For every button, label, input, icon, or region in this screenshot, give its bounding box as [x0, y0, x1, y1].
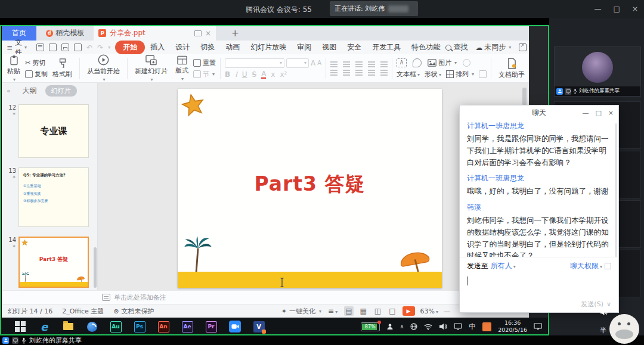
beautify-button[interactable]: ✦一键美化: [281, 307, 321, 316]
taskbar-vapp[interactable]: V: [247, 318, 271, 335]
textbox-button[interactable]: 文本框: [397, 70, 420, 79]
slide-thumbnail-14-selected[interactable]: 14✶ Part3 答疑: [5, 237, 97, 288]
ribbon-tab-security[interactable]: 安全: [342, 41, 367, 54]
send-button[interactable]: 发送(S) ∨: [581, 300, 611, 309]
new-tab-button[interactable]: +: [231, 28, 239, 39]
font-family-select[interactable]: ▾: [225, 58, 284, 68]
ribbon-tab-design[interactable]: 设计: [170, 41, 195, 54]
taskbar-browser[interactable]: [80, 318, 104, 335]
taskbar-animate[interactable]: An: [151, 318, 175, 335]
chat-message-list[interactable]: 计算机一班唐思龙 刘同学，我是跟你同班的同学，我想请问一下我们上学期计算机学的C…: [460, 120, 618, 257]
picture-button[interactable]: 图片: [428, 58, 457, 67]
align-left-icon[interactable]: [330, 70, 338, 71]
reading-view-icon[interactable]: ◫: [373, 306, 382, 316]
line-spacing-icon[interactable]: [380, 61, 388, 63]
italic-button[interactable]: I: [235, 70, 237, 79]
chat-permission-select[interactable]: 聊天权限: [570, 261, 602, 271]
subscript-button[interactable]: x: [271, 70, 275, 79]
chevron-down-icon[interactable]: ▾: [108, 45, 110, 50]
indent-increase-icon[interactable]: [368, 61, 375, 63]
outline-tab[interactable]: 大纲: [23, 86, 37, 96]
grow-font-button[interactable]: A: [311, 59, 315, 67]
ribbon-tab-home[interactable]: 开始: [115, 41, 145, 54]
theme-name[interactable]: 2_Office 主题: [62, 307, 104, 316]
output-icon[interactable]: [49, 43, 57, 51]
tab-pin-icon[interactable]: [194, 30, 202, 36]
chat-minimize-icon[interactable]: —: [582, 109, 589, 117]
save-icon[interactable]: [36, 43, 44, 51]
slide-thumbnail-13[interactable]: 13✶ Q5: 专业课的学习方法? ①注重基础 ②重视实践 ③积极参加竞赛: [5, 167, 97, 227]
ribbon-tab-insert[interactable]: 插入: [145, 41, 170, 54]
shrink-font-button[interactable]: A: [317, 60, 321, 66]
chat-input[interactable]: 发送(S) ∨: [460, 273, 618, 312]
chat-maximize-icon[interactable]: □: [595, 109, 601, 117]
cut-button[interactable]: ✂剪切: [25, 58, 48, 67]
volume-icon[interactable]: [439, 323, 447, 330]
share-button[interactable]: 分享: [519, 42, 529, 52]
bold-button[interactable]: B: [225, 70, 230, 79]
strikethrough-button[interactable]: S: [252, 70, 257, 79]
ribbon-tab-developer[interactable]: 开发工具: [367, 41, 406, 54]
fill-icon[interactable]: [479, 70, 487, 78]
start-button[interactable]: [8, 318, 32, 335]
hidden-icons-chevron[interactable]: ∧: [400, 324, 404, 330]
print-preview-icon[interactable]: [74, 43, 82, 51]
maximize-icon[interactable]: □: [614, 5, 620, 13]
battery-indicator[interactable]: 87%: [361, 322, 380, 331]
new-slide-button[interactable]: 新建幻灯片: [132, 54, 171, 83]
columns-icon[interactable]: [380, 70, 388, 71]
recipient-select[interactable]: 所有人: [491, 261, 516, 271]
print-icon[interactable]: [61, 43, 69, 51]
taskbar-aftereffects[interactable]: Ae: [175, 318, 199, 335]
notes-toggle-icon[interactable]: ≡: [327, 306, 339, 316]
doc-assistant-button[interactable]: 文档助手: [496, 57, 528, 80]
format-painter-button[interactable]: 格式刷: [49, 57, 75, 79]
tab-close-icon[interactable]: ×: [205, 29, 211, 38]
redo-icon[interactable]: ↷: [97, 43, 103, 52]
outline-icon[interactable]: [463, 59, 470, 67]
ribbon-tab-animation[interactable]: 动画: [220, 41, 245, 54]
copy-button[interactable]: 复制: [25, 70, 48, 79]
corner-avatar[interactable]: [609, 314, 639, 344]
ribbon-tab-review[interactable]: 审阅: [292, 41, 317, 54]
undo-icon[interactable]: ↶: [86, 43, 92, 52]
tab-docer[interactable]: d 稻壳模板: [36, 26, 94, 41]
taskbar-audition[interactable]: Au: [104, 318, 128, 335]
ribbon-tab-transition[interactable]: 切换: [195, 41, 220, 54]
zoom-out-button[interactable]: —: [444, 307, 450, 315]
layout-button[interactable]: 版式: [172, 55, 191, 82]
display-icon[interactable]: [454, 323, 462, 330]
tab-document[interactable]: P 分享会.ppt ×: [94, 26, 216, 41]
arrange-button[interactable]: 排列: [446, 70, 474, 79]
slideshow-view-icon[interactable]: □: [388, 306, 397, 316]
notes-bar[interactable]: 单击此处添加备注: [2, 290, 529, 304]
numbered-list-icon[interactable]: [343, 61, 350, 63]
thumbnail-scrollbar[interactable]: [94, 247, 97, 288]
ime-app-icon[interactable]: [482, 322, 491, 331]
current-slide[interactable]: Part3 答疑: [178, 89, 442, 288]
action-center-icon[interactable]: [534, 323, 542, 330]
chat-close-icon[interactable]: ×: [608, 109, 614, 117]
align-justify-icon[interactable]: [368, 70, 375, 71]
paste-button[interactable]: 粘贴: [4, 54, 23, 83]
accessibility-icon[interactable]: [386, 323, 394, 330]
reset-button[interactable]: 重置: [193, 58, 216, 67]
slides-tab[interactable]: 幻灯片: [45, 85, 77, 97]
send-options-icon[interactable]: ∨: [606, 300, 611, 308]
speaker-icon[interactable]: [600, 309, 608, 316]
taskbar-photoshop[interactable]: Ps: [128, 318, 151, 335]
sync-status[interactable]: ☁未同步: [475, 42, 511, 52]
participant-tile[interactable]: 刘屹伟的屏幕共享: [554, 46, 641, 97]
play-slideshow-button[interactable]: ▶: [402, 306, 415, 316]
minimize-icon[interactable]: —: [595, 5, 602, 13]
ribbon-tab-view[interactable]: 视图: [317, 41, 342, 54]
taskbar-edge[interactable]: e: [32, 318, 56, 335]
section-button[interactable]: 节: [193, 70, 216, 79]
wifi-icon[interactable]: [424, 324, 432, 330]
slide-sorter-icon[interactable]: ▦: [359, 306, 368, 316]
play-from-current-button[interactable]: 从当前开始: [84, 54, 123, 83]
taskbar-premiere[interactable]: Pr: [199, 318, 223, 335]
normal-view-icon[interactable]: ▤: [344, 306, 353, 316]
close-icon[interactable]: ×: [632, 5, 638, 13]
network-globe-icon[interactable]: [410, 323, 417, 330]
